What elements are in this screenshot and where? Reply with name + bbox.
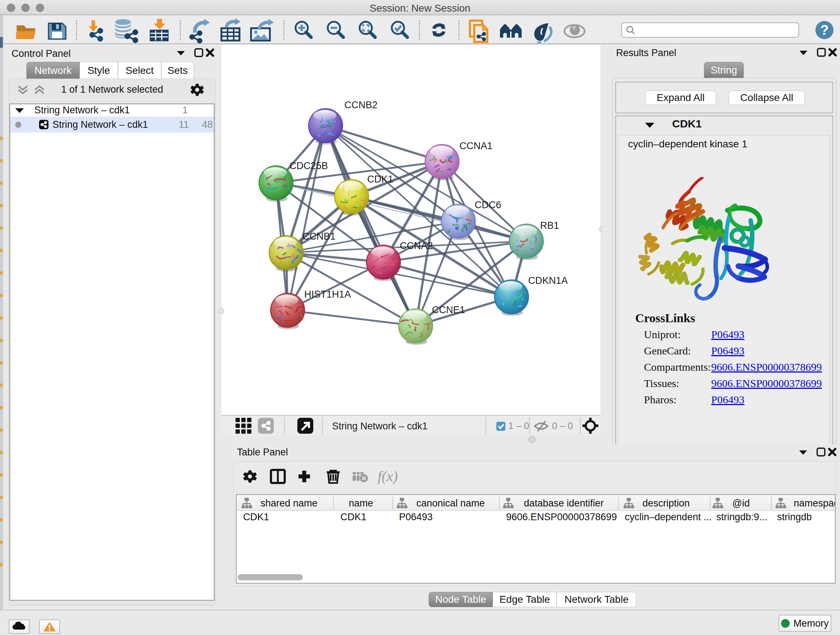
svg-text:@id: @id [732, 498, 750, 509]
svg-text:RB1: RB1 [540, 220, 559, 231]
svg-text:CCNA2: CCNA2 [400, 241, 433, 251]
svg-text:String Network – cdk1: String Network – cdk1 [332, 421, 428, 432]
svg-text:CCNE1: CCNE1 [432, 304, 465, 315]
svg-text:CDK1: CDK1 [367, 174, 393, 185]
svg-text:?: ? [820, 22, 829, 38]
svg-text:canonical name: canonical name [416, 498, 485, 509]
svg-text:CDKN1A: CDKN1A [528, 275, 568, 286]
svg-text:CDC6: CDC6 [475, 200, 501, 211]
svg-text:HIST1H1A: HIST1H1A [304, 289, 351, 300]
svg-text:namespac: namespac [794, 498, 835, 509]
svg-text:CDC25B: CDC25B [289, 160, 328, 171]
svg-text:shared name: shared name [261, 498, 317, 509]
svg-text:name: name [349, 498, 373, 509]
svg-text:CCNA1: CCNA1 [459, 141, 493, 151]
svg-text:CCNB2: CCNB2 [344, 100, 378, 111]
svg-text:database identifier: database identifier [524, 498, 604, 509]
svg-text:f(x): f(x) [378, 468, 398, 485]
svg-text:1 – 0: 1 – 0 [508, 420, 529, 431]
svg-text:description: description [643, 498, 690, 509]
svg-text:0 – 0: 0 – 0 [552, 420, 573, 431]
svg-text:CCNB1: CCNB1 [302, 231, 336, 242]
